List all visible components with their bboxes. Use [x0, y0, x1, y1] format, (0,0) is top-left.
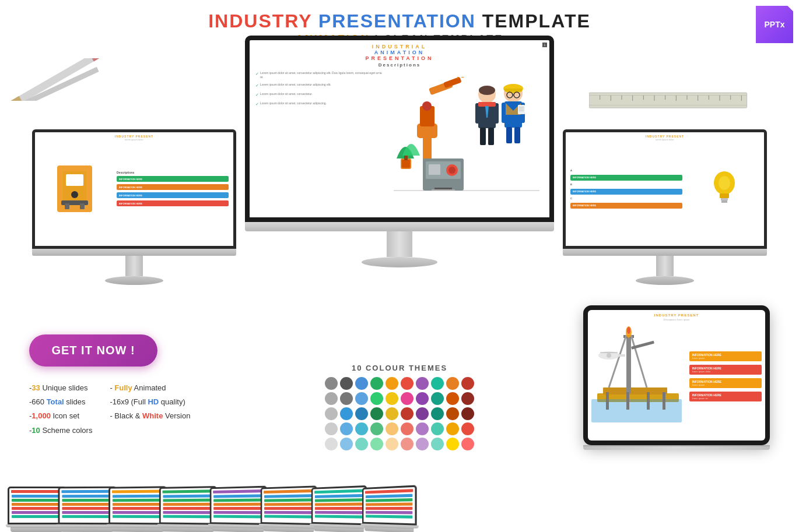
color-dot [325, 392, 338, 405]
main-title: INDUSTRY PRESENTATION TEMPLATE [0, 10, 799, 32]
feature-hd: -16x9 (Full HD quality) [110, 397, 190, 407]
color-dot [386, 407, 398, 420]
color-dot [431, 392, 444, 405]
color-dot [431, 422, 444, 435]
svg-rect-32 [721, 200, 727, 203]
color-dot [461, 377, 474, 390]
svg-rect-87 [663, 392, 665, 410]
monitor-right-neck [656, 256, 674, 276]
color-dot [325, 407, 338, 420]
svg-rect-30 [720, 193, 729, 198]
bottom-section: GET IT NOW ! -33 Unique slides -660 Tota… [0, 334, 799, 450]
tablet-brand: INDUSTRY PRESENT [591, 313, 762, 317]
color-dot [446, 392, 459, 405]
svg-rect-53 [514, 127, 520, 143]
monitor-center: 1 INDUSTRIAL ANIMATION PRESENTATION Desc… [245, 36, 554, 267]
tablet-base [583, 445, 770, 450]
feature-unique-slides: -33 Unique slides [29, 383, 92, 393]
svg-point-71 [448, 167, 455, 174]
color-dot [355, 377, 368, 390]
feature-animated: - Fully Animated [110, 383, 190, 393]
svg-rect-46 [478, 102, 496, 107]
color-dot [461, 392, 474, 405]
color-grid [325, 377, 474, 450]
color-dot [370, 407, 383, 420]
svg-rect-76 [626, 335, 631, 393]
monitor-right-screen: INDUSTRY PRESENT lorem ipsum dolor A INF… [563, 129, 767, 249]
color-dot [370, 422, 383, 435]
monitor-center-screen: 1 INDUSTRIAL ANIMATION PRESENTATION Desc… [245, 36, 554, 222]
color-dot [446, 438, 459, 450]
svg-rect-65 [404, 156, 408, 160]
svg-point-25 [71, 191, 78, 198]
tablet-content: INDUSTRY PRESENT Descriptions lorem ipsu… [588, 310, 765, 441]
color-dot [355, 407, 368, 420]
color-dot [340, 377, 353, 390]
color-dot [401, 377, 413, 390]
svg-point-81 [627, 327, 630, 334]
svg-rect-64 [402, 160, 410, 168]
color-dot [401, 407, 413, 420]
svg-rect-73 [432, 189, 455, 191]
color-dot [355, 392, 368, 405]
color-dot [370, 392, 383, 405]
color-dot [431, 438, 444, 450]
color-dot [416, 392, 429, 405]
tablet-block: INDUSTRY PRESENT Descriptions lorem ipsu… [583, 305, 770, 450]
monitor-right: INDUSTRY PRESENT lorem ipsum dolor A INF… [563, 129, 767, 285]
features-left-col: -33 Unique slides -660 Total slides -1,0… [29, 383, 92, 439]
features-container: -33 Unique slides -660 Total slides -1,0… [29, 383, 216, 439]
svg-point-37 [422, 101, 432, 111]
svg-rect-52 [506, 127, 512, 143]
feature-total-slides: -660 Total slides [29, 397, 92, 407]
monitor-left-base [105, 276, 163, 285]
color-dot [416, 438, 429, 450]
color-dot [401, 422, 413, 435]
color-dot [340, 407, 353, 420]
color-dot [461, 407, 474, 420]
svg-rect-84 [606, 392, 609, 410]
title-template: TEMPLATE [482, 10, 591, 31]
feature-bw: - Black & White Version [110, 411, 190, 421]
color-dot [461, 422, 474, 435]
list-item [360, 485, 418, 532]
svg-point-33 [719, 176, 730, 190]
color-dot [461, 438, 474, 450]
svg-rect-24 [66, 174, 83, 186]
color-dot [416, 407, 429, 420]
svg-rect-69 [429, 164, 440, 175]
left-info-block: GET IT NOW ! -33 Unique slides -660 Tota… [29, 334, 216, 439]
color-dot [340, 392, 353, 405]
get-it-now-button[interactable]: GET IT NOW ! [29, 334, 157, 367]
svg-rect-83 [591, 399, 682, 422]
color-dot [340, 438, 353, 450]
monitor-section: INDUSTRY PRESENT lorem ipsum dolor [0, 75, 799, 302]
monitor-right-chin [563, 249, 767, 256]
monitor-center-base [362, 257, 437, 267]
monitor-center-chin [245, 222, 554, 231]
color-themes-block: 10 COLOUR THEMES [227, 364, 572, 450]
svg-rect-59 [518, 105, 525, 114]
svg-rect-27 [65, 203, 69, 209]
color-dot [416, 422, 429, 435]
monitor-center-neck [387, 231, 412, 257]
svg-rect-39 [443, 77, 462, 88]
color-dot [325, 422, 338, 435]
svg-rect-89 [618, 354, 625, 357]
color-dot [386, 422, 398, 435]
feature-icon-set: -1,000 Icon set [29, 411, 92, 421]
svg-point-47 [479, 86, 495, 95]
title-presentation: PRESENTATION [318, 10, 476, 31]
svg-point-90 [607, 353, 611, 358]
color-dot [370, 438, 383, 450]
pptx-badge: PPTx [756, 6, 793, 43]
color-dot [325, 377, 338, 390]
svg-line-78 [609, 335, 626, 387]
color-dot [325, 438, 338, 450]
svg-line-79 [631, 335, 647, 387]
monitor-left-screen: INDUSTRY PRESENT lorem ipsum dolor [32, 129, 236, 249]
title-industry: INDUSTRY [208, 10, 312, 31]
color-dot [401, 438, 413, 450]
feature-scheme-colors: -10 Scheme colors [29, 425, 92, 436]
color-dot [386, 377, 398, 390]
